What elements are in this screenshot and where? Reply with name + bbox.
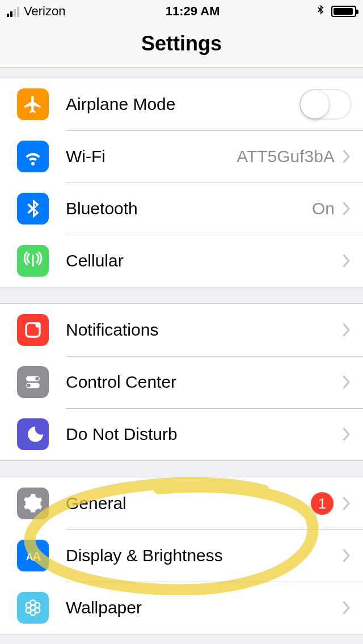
signal-strength-icon xyxy=(7,6,19,17)
chevron-right-icon xyxy=(341,600,352,616)
cellular-icon xyxy=(17,245,49,277)
wallpaper-label: Wallpaper xyxy=(66,598,142,617)
svg-point-6 xyxy=(27,384,31,388)
row-notifications[interactable]: Notifications xyxy=(0,304,363,356)
svg-point-15 xyxy=(35,608,40,613)
chevron-right-icon xyxy=(341,374,352,390)
svg-point-0 xyxy=(32,255,34,257)
row-bluetooth[interactable]: Bluetooth On xyxy=(0,183,363,235)
notifications-icon xyxy=(17,314,49,346)
chevron-right-icon xyxy=(341,322,352,338)
airplane-toggle[interactable] xyxy=(299,89,352,120)
chevron-right-icon xyxy=(341,548,352,564)
row-airplane-mode[interactable]: Airplane Mode xyxy=(0,78,363,130)
row-general[interactable]: General 1 xyxy=(0,477,363,529)
chevron-right-icon xyxy=(341,201,352,217)
wifi-icon xyxy=(17,141,49,172)
display-brightness-icon: AA xyxy=(17,540,49,571)
settings-group-connectivity: Airplane Mode Wi-Fi ATT5Guf3bA Bluetooth… xyxy=(0,78,363,287)
bluetooth-icon xyxy=(17,193,49,224)
settings-group-notifications: Notifications Control Center Do Not Dist… xyxy=(0,303,363,461)
airplane-icon xyxy=(17,88,49,120)
chevron-right-icon xyxy=(341,495,352,511)
settings-group-general: General 1 AA Display & Brightness Wallpa… xyxy=(0,477,363,634)
row-do-not-disturb[interactable]: Do Not Disturb xyxy=(0,408,363,460)
general-badge: 1 xyxy=(311,492,334,515)
status-left: Verizon xyxy=(7,4,70,19)
status-right xyxy=(315,3,356,19)
chevron-right-icon xyxy=(341,149,352,164)
row-cellular[interactable]: Cellular xyxy=(0,235,363,287)
row-display-brightness[interactable]: AA Display & Brightness xyxy=(0,529,363,582)
page-title: Settings xyxy=(0,23,363,67)
row-wifi[interactable]: Wi-Fi ATT5Guf3bA xyxy=(0,130,363,183)
row-wallpaper[interactable]: Wallpaper xyxy=(0,582,363,634)
svg-point-13 xyxy=(35,603,40,608)
bluetooth-status-icon xyxy=(315,3,326,19)
general-label: General xyxy=(66,494,126,513)
clock: 11:29 AM xyxy=(166,4,220,19)
chevron-right-icon xyxy=(341,426,352,442)
airplane-label: Airplane Mode xyxy=(66,95,175,114)
svg-point-12 xyxy=(26,603,31,608)
wallpaper-icon xyxy=(17,592,49,624)
control-center-label: Control Center xyxy=(66,372,176,392)
svg-point-2 xyxy=(35,322,41,328)
bluetooth-label: Bluetooth xyxy=(66,199,138,218)
notifications-label: Notifications xyxy=(66,320,158,340)
svg-point-14 xyxy=(26,608,31,613)
general-icon xyxy=(17,488,49,519)
status-bar: Verizon 11:29 AM xyxy=(0,0,363,23)
cellular-label: Cellular xyxy=(66,251,124,270)
control-center-icon xyxy=(17,366,49,398)
display-label: Display & Brightness xyxy=(66,546,223,565)
battery-icon xyxy=(331,6,356,17)
bluetooth-detail: On xyxy=(312,199,335,218)
dnd-label: Do Not Disturb xyxy=(66,425,178,444)
svg-text:A: A xyxy=(32,549,41,564)
wifi-detail: ATT5Guf3bA xyxy=(237,147,335,166)
chevron-right-icon xyxy=(341,253,352,269)
carrier-label: Verizon xyxy=(24,4,65,19)
do-not-disturb-icon xyxy=(17,418,49,450)
row-control-center[interactable]: Control Center xyxy=(0,356,363,408)
wifi-label: Wi-Fi xyxy=(66,147,105,166)
svg-point-4 xyxy=(35,377,39,381)
